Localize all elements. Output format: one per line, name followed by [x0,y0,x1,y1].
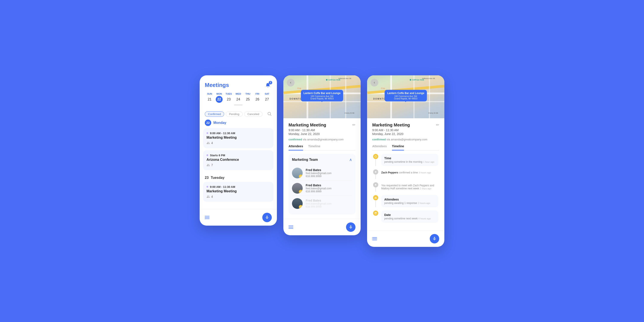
day-name-monday: Monday [214,121,226,125]
day-section-monday: 22 Monday 9:00 AM - 11:30 AM Marketing M… [200,120,277,176]
timeline-icon-attendees [373,195,378,200]
confirmed-via-3: via amanda@greatcompany.com [386,138,427,141]
attendee-avatar-1: ✓ [292,168,303,178]
timeline-list: Time pending sometime in the morning 1 h… [372,154,439,222]
search-button[interactable] [267,112,272,117]
day-mon[interactable]: MON 22 [214,92,224,103]
meeting-card-arizona[interactable]: Starts 6 PM Arizona Conference 7 [203,150,274,170]
meeting-card-tuesday[interactable]: 9:00 AM - 11:30 AM Marketing Meeting 4 [203,182,274,202]
time-dot-tue [206,186,208,188]
filter-row: Confirmed Pending Canceled [200,112,277,120]
tab-attendees-2[interactable]: Attendees [288,144,303,150]
menu-line [372,237,377,238]
meeting-time-1: 9:00 AM - 11:30 AM [206,132,270,135]
mic-icon-2 [348,225,353,229]
cherry-label-3: Cherry St SE [428,112,438,114]
edit-button-2[interactable]: ✏ [352,122,356,127]
tab-timeline-2[interactable]: Timeline [308,144,320,150]
confirmed-via-2: via amanda@greatcompany.com [303,138,344,141]
attendee-info-2: Fred Bates fred.bates@gmail.com 616.999.… [306,184,332,193]
mic-button-3[interactable] [430,234,439,244]
screens-container: Meetings 5 SUN 21 MON 22 TUES [172,75,472,247]
attendees-icon-2 [206,163,210,167]
timeline-left-requested [373,182,378,192]
attendees-group-title: Marketing Team [292,158,318,162]
day-fri[interactable]: FRI 26 [253,92,262,103]
jefferson-label: Jefferson Ave SE [338,78,352,80]
avatar-badge-3: ✓ [299,205,303,209]
edit-button-3[interactable]: ✏ [436,122,439,127]
screen-meetings-list: Meetings 5 SUN 21 MON 22 TUES [200,75,277,226]
mic-button-2[interactable] [346,222,356,232]
mic-button-1[interactable] [262,213,272,222]
timeline-time-ago-4: 2 hours ago [418,202,430,204]
filter-pending[interactable]: Pending [226,112,242,117]
jefferson-label-3: Jefferson Ave SE [422,78,435,80]
attendee-row-3: ✓ Fred Bates fred.bates@gmail.com 616.99… [292,196,352,211]
meeting-time-detail-3: 9:00 AM - 11:30 AM [372,128,439,132]
attendee-avatar-2: ✓ [292,183,303,194]
timeline-icon-zach [373,169,378,174]
tab-timeline-3[interactable]: Timeline [392,144,404,150]
meeting-name-1: Marketing Meeting [206,136,270,140]
meeting-date-detail-3: Monday, June 22, 2020 [372,132,439,136]
days-row: SUN 21 MON 22 TUES 23 WED 24 THU 25 [205,92,272,103]
day-wed[interactable]: WED 24 [234,92,243,103]
meeting-attendees-tue: 4 [206,195,270,198]
menu-line [372,240,377,240]
menu-button-3[interactable] [372,237,377,240]
map-area-2: DOWNTOWN ⬟ ArtPrize HUB ⬡ 11 Jefferson A… [283,75,361,118]
time-dot-1 [206,132,208,134]
meeting-detail-header-3: Marketing Meeting ✏ [372,122,439,128]
screen-meeting-attendees: DOWNTOWN ⬟ ArtPrize HUB ⬡ 11 Jefferson A… [283,75,361,235]
day-sat[interactable]: SAT 27 [262,92,272,103]
timeline-desc-attendees: pending awaiting 1 response 2 hours ago [384,202,435,204]
notification-bell[interactable]: 5 [264,81,272,89]
timeline-title-time: Time [384,156,435,160]
calendar-icon [374,212,377,214]
timeline-content-date: Date pending sometime next week 4 hours … [381,210,438,222]
filter-canceled[interactable]: Canceled [244,112,262,117]
map-back-button-3[interactable] [370,79,378,86]
collapse-attendees-button[interactable]: ∧ [349,157,352,162]
calendar-week-view: SUN 21 MON 22 TUES 23 WED 24 THU 25 [200,92,277,112]
timeline-item-zach-confirmed: Zach Peppers confirmed a time 3 hours ag… [373,169,438,179]
filter-confirmed[interactable]: Confirmed [205,112,224,117]
back-arrow-icon-2 [289,81,292,84]
timeline-left-date [373,210,378,222]
day-section-tuesday: 23 Tuesday 9:00 AM - 11:30 AM Marketing … [200,176,277,207]
timeline-line-1 [376,159,376,166]
timeline-plain-zach: Zach Peppers confirmed a time 3 hours ag… [381,170,438,174]
clock-icon [374,155,377,158]
attendees-icon-1 [206,141,210,145]
tabs-row-2: Attendees Timeline [288,144,356,150]
day-thu[interactable]: THU 25 [243,92,253,103]
scroll-indicator [234,104,242,106]
day-sun[interactable]: SUN 21 [205,92,214,103]
search-icon [267,112,272,116]
timeline-line-2 [376,174,376,179]
timeline-plain-requested: You requested to meet with Zach Peppers … [381,183,438,190]
meeting-detail-body-2: Marketing Meeting ✏ 9:00 AM - 11:30 AM M… [283,118,361,219]
map-back-button-2[interactable] [287,79,294,86]
day-circle-22: 22 [205,120,211,126]
day-tues[interactable]: TUES 23 [224,92,234,103]
meeting-name-tue: Marketing Meeting [206,189,270,193]
menu-line [288,227,293,227]
confirmed-line-3: confirmed via amanda@greatcompany.com [372,138,439,141]
menu-button-1[interactable] [205,216,210,219]
bottom-nav-1 [200,209,277,226]
attendees-icon-tue [206,195,210,198]
timeline-desc-date: pending sometime next week 4 hours ago [384,217,435,220]
meeting-card-marketing[interactable]: 9:00 AM - 11:30 AM Marketing Meeting 4 [203,128,274,148]
notification-badge: 5 [269,81,272,84]
menu-button-2[interactable] [288,226,293,228]
timeline-time-ago-1: 1 hour ago [423,160,434,163]
bottom-nav-2 [283,219,361,235]
timeline-item-time: Time pending sometime in the morning 1 h… [373,154,438,166]
mic-icon-1 [265,215,269,220]
timeline-content-attendees: Attendees pending awaiting 1 response 2 … [381,195,438,207]
tab-attendees-3[interactable]: Attendees [372,144,387,150]
map-pin-3: ⬡ 11 [381,87,385,89]
timeline-icon-requested [373,182,378,188]
